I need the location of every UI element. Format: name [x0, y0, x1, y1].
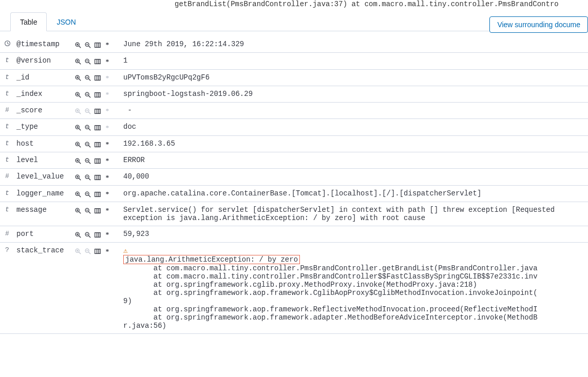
- filter-in-icon[interactable]: [74, 247, 82, 255]
- field-type: #: [0, 169, 14, 185]
- field-name: @timestamp: [14, 36, 72, 53]
- field-action-icons: *: [72, 169, 121, 185]
- field-type: #: [0, 226, 14, 242]
- filter-out-icon[interactable]: [84, 247, 92, 255]
- exists-filter-icon[interactable]: *: [103, 90, 111, 98]
- exists-filter-icon[interactable]: *: [103, 206, 111, 214]
- filter-out-icon[interactable]: [84, 173, 92, 182]
- filter-in-icon[interactable]: [74, 230, 82, 239]
- toggle-column-icon[interactable]: [93, 57, 102, 66]
- stack-trace-lines: at com.macro.mall.tiny.controller.PmsBra…: [123, 264, 538, 330]
- svg-line-24: [79, 79, 81, 81]
- field-action-icons: *: [72, 152, 121, 169]
- svg-line-4: [79, 46, 81, 48]
- document-fields-table: @timestamp*June 29th 2019, 16:22:14.329t…: [0, 36, 588, 334]
- filter-in-icon[interactable]: [74, 156, 82, 165]
- svg-line-34: [79, 95, 81, 97]
- filter-in-icon[interactable]: [74, 124, 82, 132]
- field-action-icons: *: [72, 226, 121, 242]
- toggle-column-icon[interactable]: [93, 90, 102, 98]
- filter-out-icon[interactable]: [84, 41, 92, 49]
- toggle-column-icon[interactable]: [93, 41, 102, 49]
- truncated-header-code: getBrandList(PmsBrandController.java:37)…: [0, 0, 588, 12]
- filter-in-icon[interactable]: [74, 140, 82, 148]
- field-name: @version: [14, 53, 72, 69]
- field-value: 1: [121, 53, 588, 69]
- field-value: June 29th 2019, 16:22:14.329: [121, 36, 588, 53]
- exists-filter-icon[interactable]: *: [103, 74, 111, 82]
- svg-line-118: [88, 235, 90, 237]
- svg-rect-100: [95, 192, 101, 196]
- warning-icon: ⚠: [123, 247, 127, 255]
- filter-in-icon[interactable]: [74, 107, 82, 115]
- filter-in-icon[interactable]: [74, 206, 82, 214]
- filter-out-icon[interactable]: [84, 124, 92, 132]
- filter-out-icon[interactable]: [84, 107, 92, 115]
- field-type: t: [0, 86, 14, 102]
- table-row: thost*192.168.3.65: [0, 135, 588, 152]
- field-value: -: [121, 103, 588, 119]
- field-action-icons: *: [72, 53, 121, 69]
- field-value: ⚠java.lang.ArithmeticException: / by zer…: [121, 243, 588, 334]
- filter-out-icon[interactable]: [84, 90, 92, 98]
- toggle-column-icon[interactable]: [93, 206, 102, 214]
- svg-line-8: [88, 46, 90, 48]
- svg-rect-110: [95, 208, 101, 213]
- filter-out-icon[interactable]: [84, 190, 92, 198]
- svg-line-104: [79, 211, 81, 213]
- filter-out-icon[interactable]: [84, 156, 92, 165]
- exists-filter-icon[interactable]: *: [103, 156, 111, 165]
- svg-line-88: [88, 178, 90, 181]
- toggle-column-icon[interactable]: [93, 140, 102, 148]
- svg-line-38: [88, 95, 90, 97]
- exists-filter-icon[interactable]: *: [103, 124, 111, 132]
- svg-line-108: [88, 211, 90, 213]
- exists-filter-icon[interactable]: *: [103, 57, 111, 66]
- exists-filter-icon[interactable]: *: [103, 107, 111, 115]
- field-type: t: [0, 119, 14, 135]
- exists-filter-icon[interactable]: *: [103, 230, 111, 239]
- field-name: _id: [14, 69, 72, 86]
- svg-line-54: [79, 129, 81, 131]
- exists-filter-icon[interactable]: *: [103, 140, 111, 148]
- svg-rect-40: [95, 92, 101, 97]
- toggle-column-icon[interactable]: [93, 230, 102, 239]
- svg-rect-90: [95, 175, 101, 180]
- filter-in-icon[interactable]: [74, 190, 82, 198]
- filter-out-icon[interactable]: [84, 206, 92, 214]
- filter-out-icon[interactable]: [84, 57, 92, 66]
- exists-filter-icon[interactable]: *: [103, 41, 111, 49]
- highlighted-exception: java.lang.ArithmeticException: / by zero: [123, 255, 300, 264]
- toggle-column-icon[interactable]: [93, 247, 102, 255]
- field-value: 59,923: [121, 226, 588, 242]
- filter-out-icon[interactable]: [84, 74, 92, 82]
- filter-in-icon[interactable]: [74, 41, 82, 49]
- filter-in-icon[interactable]: [74, 173, 82, 182]
- filter-out-icon[interactable]: [84, 140, 92, 148]
- view-surrounding-documents-button[interactable]: View surrounding docume: [489, 16, 588, 33]
- exists-filter-icon[interactable]: *: [103, 173, 111, 182]
- svg-rect-10: [95, 43, 101, 47]
- field-value: ERROR: [121, 152, 588, 169]
- filter-out-icon[interactable]: [84, 230, 92, 239]
- exists-filter-icon[interactable]: *: [103, 190, 111, 198]
- filter-in-icon[interactable]: [74, 90, 82, 98]
- svg-line-64: [79, 145, 81, 147]
- field-action-icons: *: [72, 36, 121, 53]
- toggle-column-icon[interactable]: [93, 173, 102, 182]
- exists-filter-icon[interactable]: *: [103, 247, 111, 255]
- field-action-icons: *: [72, 135, 121, 152]
- toggle-column-icon[interactable]: [93, 190, 102, 198]
- toggle-column-icon[interactable]: [93, 124, 102, 132]
- field-name: _type: [14, 119, 72, 135]
- filter-in-icon[interactable]: [74, 74, 82, 82]
- field-type: t: [0, 135, 14, 152]
- filter-in-icon[interactable]: [74, 57, 82, 66]
- tab-table[interactable]: Table: [10, 12, 47, 31]
- field-action-icons: *: [72, 86, 121, 102]
- tab-json[interactable]: JSON: [47, 12, 85, 31]
- svg-line-124: [79, 252, 81, 254]
- toggle-column-icon[interactable]: [93, 107, 102, 115]
- toggle-column-icon[interactable]: [93, 156, 102, 165]
- toggle-column-icon[interactable]: [93, 74, 102, 82]
